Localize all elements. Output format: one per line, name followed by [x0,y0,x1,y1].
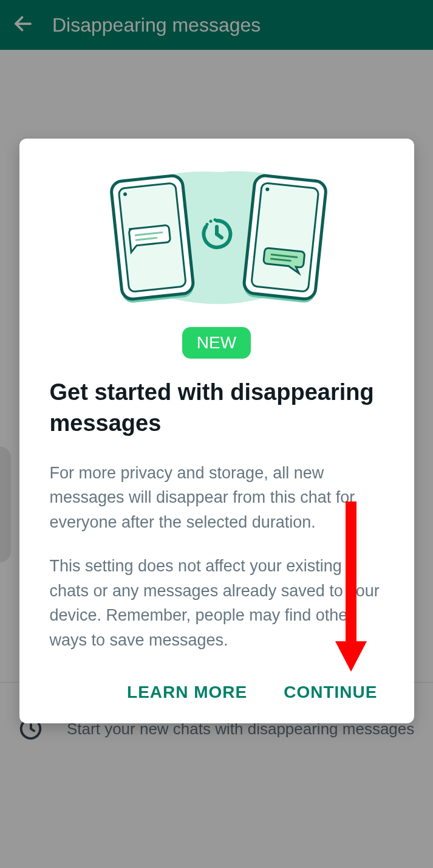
dialog-illustration [50,163,384,309]
continue-button[interactable]: CONTINUE [284,683,377,702]
dialog-body: For more privacy and storage, all new me… [50,461,384,653]
intro-dialog: NEW Get started with disappearing messag… [19,139,414,723]
svg-point-24 [213,218,216,221]
dialog-actions: LEARN MORE CONTINUE [50,683,384,702]
dialog-paragraph-1: For more privacy and storage, all new me… [50,461,384,535]
learn-more-button[interactable]: LEARN MORE [127,683,247,702]
svg-point-22 [205,222,208,226]
dialog-paragraph-2: This setting does not affect your existi… [50,554,384,652]
modal-overlay: NEW Get started with disappearing messag… [0,0,433,868]
dialog-title: Get started with disappearing messages [50,377,384,439]
svg-point-23 [209,219,212,222]
new-badge: NEW [182,327,251,359]
svg-rect-18 [251,182,318,292]
